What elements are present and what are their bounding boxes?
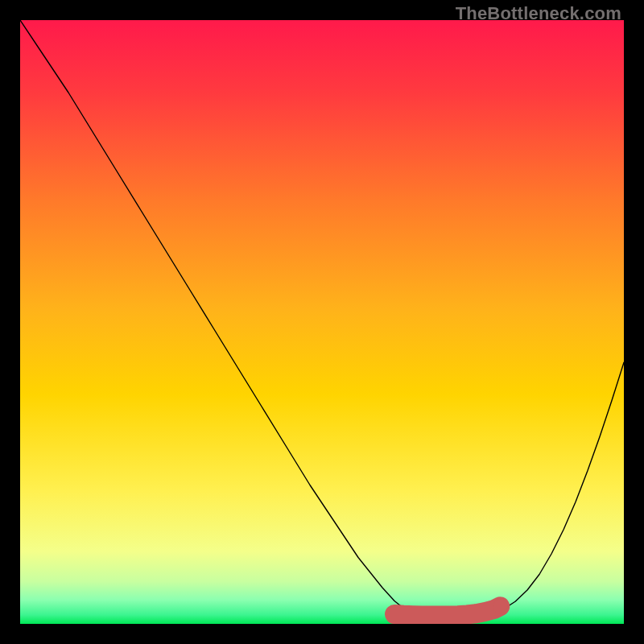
gradient-background <box>20 20 624 624</box>
optimal-range-line <box>394 606 500 615</box>
chart-frame <box>16 16 628 628</box>
optimal-end-dot <box>493 599 507 613</box>
bottleneck-chart <box>20 20 624 624</box>
watermark-text: TheBottleneck.com <box>456 3 621 24</box>
